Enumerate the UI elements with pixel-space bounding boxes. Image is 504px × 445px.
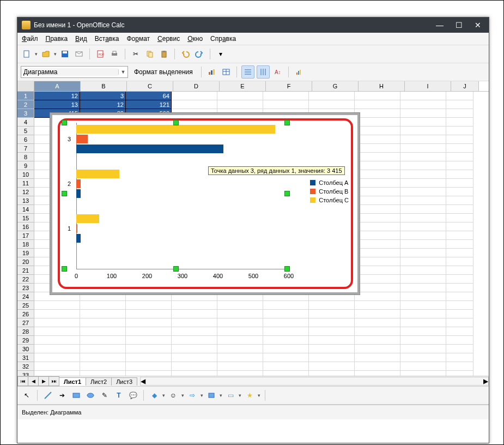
chart-bar[interactable] <box>76 224 77 233</box>
shapes-diamond-icon[interactable]: ◆ <box>148 389 160 401</box>
cell[interactable]: 12 <box>34 92 80 100</box>
cell[interactable] <box>400 170 446 179</box>
shapes-arrow-icon[interactable]: ⇨ <box>186 389 198 401</box>
cell[interactable] <box>400 144 446 153</box>
cell[interactable] <box>172 371 217 376</box>
cell[interactable] <box>400 284 446 292</box>
chart-object[interactable]: 0100200300400500600 123 Столбец A Столбе… <box>50 113 360 294</box>
col-head-J[interactable]: J <box>451 81 479 91</box>
select-all-corner[interactable] <box>17 81 34 91</box>
cell[interactable] <box>309 371 355 376</box>
cell[interactable] <box>355 345 400 353</box>
cell[interactable] <box>34 371 80 376</box>
cell[interactable] <box>400 345 446 353</box>
cell[interactable] <box>217 92 263 100</box>
menu-view[interactable]: Вид <box>75 35 87 43</box>
cell[interactable] <box>309 336 355 345</box>
cell[interactable] <box>126 318 172 327</box>
undo-icon[interactable] <box>179 48 191 60</box>
freeform-icon[interactable]: ✎ <box>99 389 111 401</box>
chart-bar[interactable] <box>76 170 119 178</box>
cell[interactable] <box>355 266 400 275</box>
minimize-button[interactable]: — <box>436 21 444 29</box>
shapes-smiley-icon[interactable]: ☺ <box>167 389 179 401</box>
cell[interactable] <box>172 353 217 362</box>
sheet-nav-last[interactable]: ⏭ <box>48 376 59 386</box>
cell[interactable] <box>80 310 126 318</box>
cell[interactable] <box>80 336 126 345</box>
toolbar-overflow-icon[interactable]: ▾ <box>215 48 227 60</box>
cell[interactable] <box>400 327 446 336</box>
line-icon[interactable] <box>42 389 54 401</box>
cell[interactable] <box>446 310 473 318</box>
cell[interactable] <box>172 301 217 310</box>
chart-handle[interactable] <box>62 120 67 125</box>
cell[interactable] <box>446 196 473 205</box>
cell[interactable] <box>263 92 309 100</box>
cell[interactable] <box>400 222 446 231</box>
cell[interactable] <box>355 301 400 310</box>
cell[interactable] <box>400 196 446 205</box>
cell[interactable] <box>309 345 355 353</box>
cell[interactable] <box>217 301 263 310</box>
cell[interactable] <box>355 371 400 376</box>
chart-handle[interactable] <box>284 266 290 272</box>
cell[interactable] <box>400 127 446 135</box>
cell[interactable] <box>400 179 446 188</box>
col-head-H[interactable]: H <box>359 81 405 91</box>
cell[interactable] <box>355 118 400 127</box>
cell[interactable] <box>355 310 400 318</box>
cell[interactable] <box>446 100 473 109</box>
cell[interactable] <box>446 135 473 144</box>
menu-insert[interactable]: Вставка <box>95 35 119 43</box>
cell[interactable] <box>446 318 473 327</box>
cell[interactable] <box>355 100 400 109</box>
cell[interactable] <box>446 257 473 266</box>
cell[interactable] <box>34 362 80 371</box>
cell[interactable] <box>34 301 80 310</box>
cell[interactable] <box>400 362 446 371</box>
chart-bar[interactable] <box>76 179 81 188</box>
cell[interactable] <box>126 310 172 318</box>
cell[interactable] <box>446 231 473 240</box>
cell[interactable] <box>446 222 473 231</box>
row-head[interactable]: 33 <box>17 371 34 376</box>
spreadsheet-grid[interactable]: A B C D E F G H I J 11236421312121341532… <box>17 81 489 376</box>
cell[interactable] <box>34 318 80 327</box>
callout-icon[interactable]: 💬 <box>127 389 139 401</box>
chart-bar[interactable] <box>76 135 88 143</box>
cell[interactable] <box>400 135 446 144</box>
cell[interactable] <box>400 214 446 222</box>
cell[interactable] <box>309 100 355 109</box>
cell[interactable] <box>400 257 446 266</box>
cell[interactable] <box>126 327 172 336</box>
cell[interactable] <box>309 310 355 318</box>
redo-icon[interactable] <box>193 48 205 60</box>
cell[interactable] <box>263 310 309 318</box>
paste-icon[interactable] <box>158 48 170 60</box>
text-scale-icon[interactable]: A↕ <box>272 66 284 78</box>
cell[interactable]: 12 <box>80 100 126 109</box>
new-doc-icon[interactable] <box>21 48 33 60</box>
cell[interactable] <box>446 353 473 362</box>
menu-tools[interactable]: Сервис <box>157 35 180 43</box>
cell[interactable] <box>446 118 473 127</box>
cell[interactable] <box>355 214 400 222</box>
print-icon[interactable] <box>108 48 120 60</box>
row-head[interactable]: 32 <box>17 362 34 371</box>
copy-icon[interactable] <box>144 48 156 60</box>
grid-v-icon[interactable] <box>257 65 270 79</box>
cell[interactable] <box>355 336 400 345</box>
cell[interactable] <box>446 336 473 345</box>
row-head[interactable]: 3 <box>17 109 34 118</box>
cell[interactable] <box>400 240 446 249</box>
cell[interactable] <box>34 345 80 353</box>
cell[interactable] <box>446 345 473 353</box>
cell[interactable] <box>446 275 473 284</box>
row-head[interactable]: 26 <box>17 310 34 318</box>
row-head[interactable]: 19 <box>17 249 34 257</box>
chart-legend[interactable]: Столбец A Столбец B Столбец C <box>310 177 349 206</box>
cell[interactable] <box>217 336 263 345</box>
cell[interactable] <box>126 301 172 310</box>
menu-window[interactable]: Окно <box>187 35 203 43</box>
